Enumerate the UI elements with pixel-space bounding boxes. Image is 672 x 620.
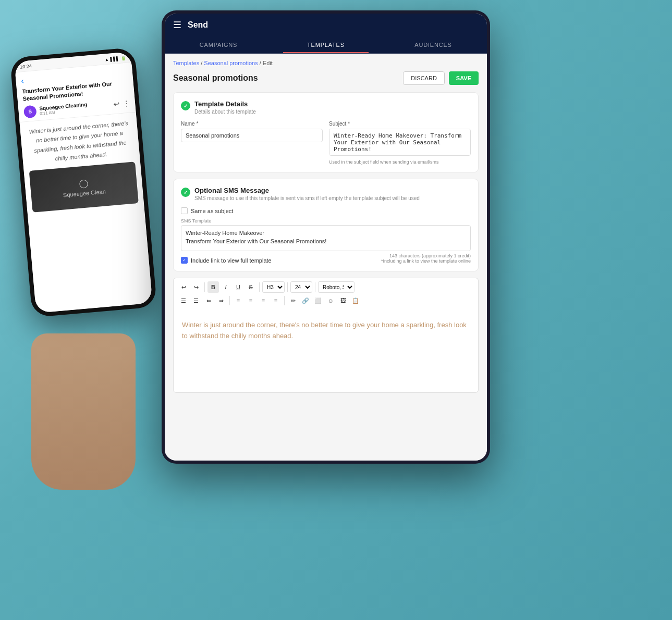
phone-email-text: Winter is just around the corner, there'… — [25, 118, 135, 166]
phone-screen: 10:24 ▲ ▌▌▌ 🔋 ‹ Transform Your Exterior … — [14, 52, 152, 313]
same-as-subject-label: Same as subject — [191, 208, 233, 214]
template-button[interactable]: 📋 — [350, 295, 361, 306]
char-count-row: Include link to view full template 143 c… — [181, 253, 471, 264]
page-title: Seasonal promotions — [173, 73, 258, 83]
phone-email-body: Winter is just around the corner, there'… — [19, 112, 152, 313]
sms-card-header: Optional SMS Message SMS message to use … — [181, 187, 471, 201]
tablet-content: Templates / Seasonal promotions / Edit S… — [165, 54, 487, 461]
sms-card-title: Optional SMS Message — [194, 187, 420, 194]
image-button[interactable]: 🖼 — [337, 295, 349, 306]
editor-content[interactable]: Winter is just around the corner, there'… — [173, 309, 479, 393]
name-field-group: Name * — [181, 121, 323, 165]
template-details-card: Template Details Details about this temp… — [173, 92, 479, 172]
subject-input[interactable] — [329, 129, 471, 156]
phone-email-image: ◯ Squeegee Clean — [29, 162, 139, 213]
sms-line2: Transform Your Exterior with Our Seasona… — [186, 238, 466, 244]
email-actions: ↩ ⋮ — [113, 98, 130, 108]
font-size-select[interactable]: 24 12 14 16 18 — [290, 281, 312, 293]
name-label: Name * — [181, 121, 323, 127]
breadcrumb: Templates / Seasonal promotions / Edit — [173, 60, 479, 66]
indent-decrease-button[interactable]: ⇐ — [203, 295, 214, 306]
email-logo: ◯ Squeegee Clean — [62, 176, 106, 198]
include-link-row: Include link to view full template — [181, 257, 272, 264]
reply-icon[interactable]: ↩ — [113, 100, 119, 108]
align-right-button[interactable]: ≡ — [258, 295, 269, 306]
subject-field-group: Subject * Used in the subject field when… — [329, 121, 471, 165]
card-title-group: Template Details Details about this temp… — [194, 100, 256, 115]
tablet-screen: ☰ Send CAMPAIGNS TEMPLATES AUDIENCES Tem… — [165, 14, 487, 461]
list-ol-button[interactable]: ☰ — [190, 295, 202, 306]
align-left-button[interactable]: ≡ — [233, 295, 244, 306]
indent-increase-button[interactable]: ⇒ — [215, 295, 227, 306]
more-icon[interactable]: ⋮ — [122, 98, 130, 107]
template-details-header: Template Details Details about this temp… — [181, 100, 471, 115]
save-button[interactable]: SAVE — [449, 71, 479, 85]
hand-decoration — [31, 333, 136, 490]
include-link-label: Include link to view full template — [191, 257, 272, 264]
phone-status-icons: ▲ ▌▌▌ 🔋 — [104, 56, 126, 63]
tablet-topbar: ☰ Send — [165, 14, 487, 36]
undo-button[interactable]: ↩ — [178, 281, 189, 293]
italic-button[interactable]: I — [220, 281, 231, 293]
include-link-checkbox[interactable] — [181, 257, 188, 264]
sender-avatar: S — [23, 105, 37, 118]
nav-tabs: CAMPAIGNS TEMPLATES AUDIENCES — [165, 36, 487, 54]
same-as-subject-checkbox[interactable] — [181, 207, 188, 214]
header-actions: DISCARD SAVE — [403, 71, 479, 85]
template-form-row: Name * Subject * Used in the subject fie… — [181, 121, 471, 165]
sender-info: Squeegee Cleaning 0:11 AM — [39, 99, 114, 116]
page-header: Seasonal promotions DISCARD SAVE — [173, 71, 479, 85]
subject-label: Subject * — [329, 121, 471, 127]
toolbar-divider5 — [229, 296, 230, 305]
breadcrumb-edit: Edit — [263, 60, 273, 66]
heading-select[interactable]: H3 H1 H2 P — [262, 281, 285, 293]
toolbar-divider4 — [315, 282, 315, 292]
editor-toolbar: ↩ ↪ B I U S H3 H1 H2 P 2 — [173, 278, 479, 309]
editor-container: ↩ ↪ B I U S H3 H1 H2 P 2 — [173, 278, 479, 393]
card-subtitle: Details about this template — [194, 109, 256, 115]
sms-template-label: SMS Template — [181, 218, 471, 224]
editor-body-text: Winter is just around the corner, there'… — [182, 320, 470, 342]
align-justify-button[interactable]: ≡ — [270, 295, 282, 306]
sms-card: Optional SMS Message SMS message to use … — [173, 179, 479, 271]
phone-device: 10:24 ▲ ▌▌▌ 🔋 ‹ Transform Your Exterior … — [10, 47, 157, 317]
align-center-button[interactable]: ≡ — [245, 295, 256, 306]
breadcrumb-seasonal[interactable]: Seasonal promotions — [204, 60, 258, 66]
signal-icon: ▌▌▌ — [110, 56, 119, 61]
list-ul-button[interactable]: ☰ — [178, 295, 189, 306]
name-input[interactable] — [181, 129, 323, 142]
tab-audiences[interactable]: AUDIENCES — [380, 36, 487, 53]
redo-button[interactable]: ↪ — [190, 281, 202, 293]
bold-button[interactable]: B — [207, 281, 219, 293]
toolbar-divider3 — [287, 282, 288, 292]
same-as-subject-row: Same as subject — [181, 207, 471, 214]
highlight-button[interactable]: ✏ — [287, 295, 299, 306]
tablet-device: ☰ Send CAMPAIGNS TEMPLATES AUDIENCES Tem… — [162, 10, 490, 464]
subject-hint: Used in the subject field when sending v… — [329, 159, 471, 165]
menu-icon[interactable]: ☰ — [173, 19, 181, 31]
check-icon — [181, 101, 190, 110]
app-title: Send — [188, 20, 208, 30]
breadcrumb-templates[interactable]: Templates — [173, 60, 199, 66]
char-count-text: 143 characters (approximately 1 credit) … — [381, 253, 471, 264]
toolbar-divider1 — [204, 282, 205, 292]
sms-template-box: Winter-Ready Home Makeover Transform You… — [181, 225, 471, 251]
sms-line1: Winter-Ready Home Makeover — [186, 230, 466, 236]
wifi-icon: ▲ — [104, 57, 109, 62]
tab-campaigns[interactable]: CAMPAIGNS — [165, 36, 272, 53]
tab-templates[interactable]: TEMPLATES — [272, 36, 380, 53]
sms-title-group: Optional SMS Message SMS message to use … — [194, 187, 420, 201]
inline-image-button[interactable]: ⬜ — [312, 295, 324, 306]
sms-check-icon — [181, 188, 190, 197]
discard-button[interactable]: DISCARD — [403, 71, 445, 85]
strikethrough-button[interactable]: S — [245, 281, 256, 293]
emoji-button[interactable]: ☺ — [325, 295, 336, 306]
link-button[interactable]: 🔗 — [300, 295, 311, 306]
battery-icon: 🔋 — [120, 56, 126, 61]
font-family-select[interactable]: Roboto, S... — [318, 281, 355, 293]
toolbar-divider6 — [284, 296, 285, 305]
sms-card-subtitle: SMS message to use if this template is s… — [194, 195, 420, 201]
toolbar-divider2 — [259, 282, 260, 292]
underline-button[interactable]: U — [233, 281, 244, 293]
card-title: Template Details — [194, 100, 256, 108]
